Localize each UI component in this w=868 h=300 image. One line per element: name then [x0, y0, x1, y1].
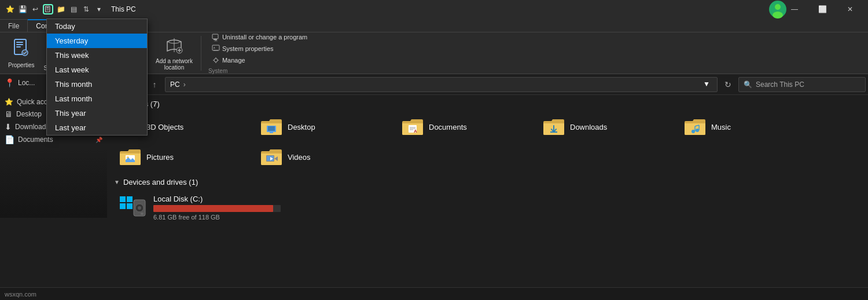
- svg-rect-53: [120, 196, 126, 202]
- svg-rect-9: [16, 44, 23, 45]
- maximize-button[interactable]: ⬜: [809, 0, 836, 19]
- add-network-label: Add a networklocation: [156, 58, 193, 71]
- folder-pictures-label: Pictures: [146, 153, 174, 162]
- folder-downloads-label: Downloads: [570, 123, 607, 131]
- sidebar-location-label: Loc...: [18, 79, 35, 87]
- sort-icon[interactable]: ⇅: [81, 4, 91, 14]
- svg-rect-3: [46, 10, 49, 10]
- dropdown-item-today[interactable]: Today: [47, 19, 147, 34]
- folder-documents[interactable]: A Documents: [396, 113, 535, 141]
- system-props-button[interactable]: A System properties: [208, 43, 311, 54]
- svg-text:A: A: [414, 129, 417, 134]
- main-content: ▼ Folders (7) 3D 3D Objects Desktop: [107, 95, 868, 300]
- folders-section-header[interactable]: ▼ Folders (7): [114, 100, 861, 108]
- folder-desktop-label: Desktop: [288, 123, 315, 131]
- search-icon: 🔍: [744, 81, 752, 89]
- path-dropdown-button[interactable]: ▼: [703, 80, 712, 89]
- folders-grid: 3D 3D Objects Desktop: [114, 113, 861, 171]
- dropdown-item-last-month[interactable]: Last month: [47, 92, 147, 106]
- undo-icon[interactable]: ↩: [30, 4, 41, 14]
- documents-icon: 📄: [5, 135, 14, 144]
- desktop-icon: 🖥: [5, 109, 13, 119]
- title-bar: ⭐ 💾 ↩ 📁 ▤ ⇅ ▾ This PC — ⬜ ✕: [0, 0, 868, 19]
- svg-rect-33: [268, 126, 275, 131]
- window-title: This PC: [111, 5, 136, 13]
- svg-point-6: [773, 12, 783, 19]
- properties-label: Properties: [8, 62, 35, 68]
- address-bar: ← → ↑ PC › ▼ ↻ 🔍 Search This PC: [107, 74, 868, 95]
- ribbon-group-system: Uninstall or change a program A System p…: [204, 36, 315, 71]
- devices-section-label: Devices and drives (1): [123, 178, 198, 186]
- quick-access-icon[interactable]: ⭐: [5, 4, 15, 14]
- folder-desktop[interactable]: Desktop: [255, 113, 394, 141]
- properties-button[interactable]: Properties: [5, 37, 38, 69]
- close-button[interactable]: ✕: [837, 0, 863, 19]
- uninstall-label: Uninstall or change a program: [222, 34, 307, 41]
- tab-file[interactable]: File: [0, 19, 28, 32]
- svg-point-43: [696, 129, 699, 132]
- dropdown-item-this-week[interactable]: This week: [47, 48, 147, 63]
- svg-point-30: [214, 58, 218, 62]
- svg-rect-55: [120, 203, 126, 209]
- up-button[interactable]: ↑: [146, 76, 163, 93]
- clipboard-highlighted-icon[interactable]: [43, 4, 53, 14]
- progress-fill: [153, 205, 273, 212]
- dropdown-item-last-year[interactable]: Last year: [47, 120, 147, 135]
- folder-videos[interactable]: Videos: [255, 143, 394, 171]
- svg-rect-23: [212, 34, 218, 39]
- view-icon[interactable]: ▤: [68, 4, 79, 14]
- devices-section-header[interactable]: ▼ Devices and drives (1): [114, 178, 861, 186]
- device-info: Local Disk (C:) 6.81 GB free of 118 GB: [153, 195, 281, 221]
- svg-point-42: [692, 130, 695, 133]
- svg-rect-54: [127, 196, 133, 202]
- search-placeholder: Search This PC: [756, 81, 804, 89]
- new-folder-icon[interactable]: 📁: [56, 4, 66, 14]
- svg-rect-28: [214, 50, 218, 51]
- dropdown-item-yesterday[interactable]: Yesterday: [47, 34, 147, 48]
- window-controls: — ⬜ ✕: [781, 0, 863, 19]
- folder-3d-objects-label: 3D Objects: [146, 123, 183, 131]
- svg-rect-10: [16, 46, 21, 47]
- refresh-button[interactable]: ↻: [720, 76, 736, 93]
- path-text: PC: [170, 81, 180, 89]
- search-box[interactable]: 🔍 Search This PC: [738, 77, 866, 92]
- address-path[interactable]: PC › ▼: [165, 77, 718, 92]
- folder-downloads[interactable]: Downloads: [538, 113, 676, 141]
- sidebar-downloads-label: Downloads: [15, 123, 49, 131]
- sidebar-documents-label: Documents: [18, 136, 53, 144]
- location-icon: 📍: [5, 78, 14, 87]
- svg-rect-1: [46, 7, 49, 8]
- manage-label: Manage: [222, 57, 245, 64]
- folder-pictures[interactable]: Pictures: [114, 143, 253, 171]
- path-arrow: ›: [183, 81, 186, 89]
- svg-rect-24: [214, 39, 217, 40]
- folder-music-label: Music: [711, 123, 731, 131]
- dropdown-menu: Today Yesterday This week Last week This…: [46, 19, 148, 136]
- svg-rect-8: [16, 42, 23, 43]
- device-name: Local Disk (C:): [153, 195, 281, 203]
- system-group-label: System: [208, 68, 311, 74]
- dropdown-arrow-icon[interactable]: ▾: [94, 4, 104, 14]
- folder-videos-label: Videos: [288, 153, 311, 162]
- dropdown-item-last-week[interactable]: Last week: [47, 63, 147, 77]
- manage-button[interactable]: Manage: [208, 55, 311, 65]
- add-network-button[interactable]: Add a networklocation: [152, 35, 196, 72]
- progress-bar: [153, 205, 281, 212]
- uninstall-button[interactable]: Uninstall or change a program: [208, 32, 311, 42]
- save-icon[interactable]: 💾: [17, 4, 28, 14]
- status-text: wsxqn.com: [5, 291, 36, 298]
- folder-music[interactable]: Music: [679, 113, 818, 141]
- folder-documents-label: Documents: [429, 123, 467, 131]
- status-bar: wsxqn.com: [0, 287, 868, 300]
- svg-point-5: [775, 4, 781, 10]
- pin-icon-3: 📌: [95, 137, 102, 143]
- title-bar-icons: ⭐ 💾 ↩ 📁 ▤ ⇅ ▾: [5, 4, 104, 14]
- device-space: 6.81 GB free of 118 GB: [153, 214, 281, 221]
- dropdown-item-this-year[interactable]: This year: [47, 106, 147, 120]
- dropdown-item-this-month[interactable]: This month: [47, 77, 147, 92]
- sidebar-desktop-label: Desktop: [16, 110, 42, 118]
- devices-chevron: ▼: [114, 179, 120, 185]
- svg-text:A: A: [214, 46, 215, 49]
- device-local-disk[interactable]: Local Disk (C:) 6.81 GB free of 118 GB: [114, 191, 861, 224]
- downloads-icon: ⬇: [5, 122, 12, 131]
